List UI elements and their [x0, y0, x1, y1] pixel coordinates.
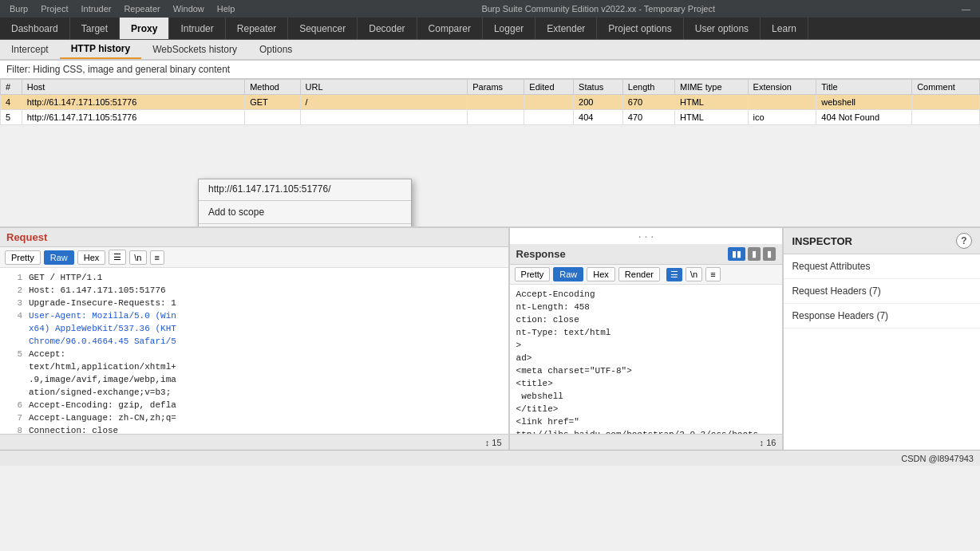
response-code-line: <title> [516, 377, 776, 390]
col-title[interactable]: Title [816, 80, 912, 95]
request-menu-icon[interactable]: ≡ [150, 250, 164, 265]
tab-project-options[interactable]: Project options [597, 18, 683, 39]
minimize-button[interactable]: — [955, 2, 977, 15]
response-title-label: Response [516, 248, 566, 260]
subtab-intercept[interactable]: Intercept [0, 40, 60, 59]
code-text: ad> [516, 352, 532, 364]
code-text: </title> [516, 403, 559, 415]
col-host[interactable]: Host [22, 80, 244, 95]
tab-extender[interactable]: Extender [535, 18, 597, 39]
response-menu-icon[interactable]: ≡ [705, 267, 720, 281]
table-row[interactable]: 4http://61.147.171.105:51776GET/200670HT… [1, 95, 980, 110]
menu-help[interactable]: Help [211, 2, 242, 15]
response-code-line: </title> [516, 403, 776, 415]
response-code-line: nt-Length: 458 [516, 301, 776, 313]
subtab-websockets-history[interactable]: WebSockets history [141, 40, 248, 59]
tab-dashboard[interactable]: Dashboard [0, 18, 70, 39]
request-format-icon[interactable]: ☰ [109, 250, 126, 265]
col-method[interactable]: Method [245, 80, 300, 95]
tab-user-options[interactable]: User options [684, 18, 761, 39]
request-toolbar: Pretty Raw Hex ☰ \n ≡ [0, 247, 508, 268]
code-text: nt-Type: text/html [516, 326, 611, 339]
tab-logger[interactable]: Logger [483, 18, 535, 39]
response-dots: · · · [510, 228, 783, 244]
context-menu-item[interactable]: http://61.147.171.105:51776/ [199, 179, 411, 199]
response-render-button[interactable]: Render [618, 267, 660, 281]
request-code-line: 6Accept-Encoding: gzip, defla [6, 399, 502, 411]
code-text: > [516, 339, 522, 352]
request-hex-button[interactable]: Hex [77, 250, 106, 265]
tab-comparer[interactable]: Comparer [417, 18, 483, 39]
table-row[interactable]: 5http://61.147.171.105:51776404470HTMLic… [1, 110, 980, 125]
response-status-bar: ↕ 16 [510, 434, 783, 450]
context-menu-item[interactable]: Add to scope [199, 203, 411, 222]
inspector-help-button[interactable]: ? [956, 233, 972, 249]
col-params[interactable]: Params [468, 80, 524, 95]
menu-burp[interactable]: Burp [3, 2, 34, 15]
tab-decoder[interactable]: Decoder [358, 18, 417, 39]
request-pretty-button[interactable]: Pretty [5, 250, 41, 265]
request-panel: Request Pretty Raw Hex ☰ \n ≡ 1GET / HTT… [0, 228, 510, 450]
response-code-line: <link href=" [516, 415, 776, 428]
code-text: nt-Length: 458 [516, 301, 590, 313]
tab-repeater[interactable]: Repeater [226, 18, 288, 39]
code-text: GET / HTTP/1.1 [29, 271, 102, 284]
menu-window[interactable]: Window [167, 2, 211, 15]
request-status-bar: ↕ 15 [0, 434, 508, 450]
col-mime[interactable]: MIME type [674, 80, 748, 95]
col-id[interactable]: # [1, 80, 22, 95]
response-code-line: ttp://libs.baidu.com/bootstrap/3.0.3/css… [516, 428, 776, 434]
response-pretty-button[interactable]: Pretty [515, 267, 551, 281]
bottom-panel: Request Pretty Raw Hex ☰ \n ≡ 1GET / HTT… [0, 226, 980, 450]
response-toggle-btn3[interactable]: ▮ [763, 247, 776, 261]
menu-repeater[interactable]: Repeater [117, 2, 166, 15]
col-comment[interactable]: Comment [912, 80, 980, 95]
response-line-info: ↕ 16 [760, 438, 776, 447]
status-text: CSDN @l8947943 [901, 454, 974, 463]
response-raw-button[interactable]: Raw [553, 267, 583, 281]
request-code-line: 5Accept: [6, 348, 502, 360]
col-url[interactable]: URL [300, 80, 468, 95]
response-code-line: webshell [516, 390, 776, 403]
response-format-icon[interactable]: ☰ [666, 268, 682, 281]
col-length[interactable]: Length [622, 80, 674, 95]
request-code-line: .9,image/avif,image/webp,ima [6, 373, 502, 386]
response-toggle-btn1[interactable]: ▮▮ [728, 247, 745, 261]
response-hex-button[interactable]: Hex [587, 267, 615, 281]
inspector-header: INSPECTOR ? [784, 228, 980, 254]
code-text: <meta charset="UTF-8"> [516, 364, 632, 377]
code-text: Accept-Language: zh-CN,zh;q= [29, 411, 176, 424]
filter-bar[interactable]: Filter: Hiding CSS, image and general bi… [0, 61, 980, 79]
code-text: x64) AppleWebKit/537.36 (KHT [29, 322, 176, 335]
col-edited[interactable]: Edited [524, 80, 574, 95]
inspector-request-headers[interactable]: Request Headers (7) [784, 279, 980, 304]
request-raw-button[interactable]: Raw [44, 250, 74, 265]
context-menu-item: Scan [199, 226, 411, 226]
inspector-response-headers[interactable]: Response Headers (7) [784, 304, 980, 329]
request-code-line: x64) AppleWebKit/537.36 (KHT [6, 322, 502, 335]
response-newline-icon[interactable]: \n [686, 267, 702, 281]
col-status[interactable]: Status [574, 80, 623, 95]
response-code-line: ad> [516, 352, 776, 364]
request-code-line: 7Accept-Language: zh-CN,zh;q= [6, 411, 502, 424]
code-text: ation/signed-exchange;v=b3; [29, 386, 171, 399]
response-toggle-btn2[interactable]: ▮ [748, 247, 761, 261]
tab-learn[interactable]: Learn [761, 18, 808, 39]
tab-intruder[interactable]: Intruder [169, 18, 225, 39]
request-code-line: 2Host: 61.147.171.105:51776 [6, 284, 502, 297]
tab-sequencer[interactable]: Sequencer [288, 18, 358, 39]
col-extension[interactable]: Extension [748, 80, 816, 95]
tab-proxy[interactable]: Proxy [120, 18, 169, 39]
subtab-options[interactable]: Options [248, 40, 303, 59]
response-code-line: nt-Type: text/html [516, 326, 776, 339]
code-text: <title> [516, 377, 553, 390]
tab-target[interactable]: Target [70, 18, 120, 39]
menu-intruder[interactable]: Intruder [75, 2, 118, 15]
subtab-http-history[interactable]: HTTP history [60, 40, 141, 59]
response-code-line: <meta charset="UTF-8"> [516, 364, 776, 377]
request-newline-icon[interactable]: \n [129, 250, 146, 265]
inspector-request-attributes[interactable]: Request Attributes [784, 254, 980, 279]
menu-project[interactable]: Project [34, 2, 74, 15]
request-code-line: text/html,application/xhtml+ [6, 360, 502, 373]
code-text: ction: close [516, 313, 579, 326]
